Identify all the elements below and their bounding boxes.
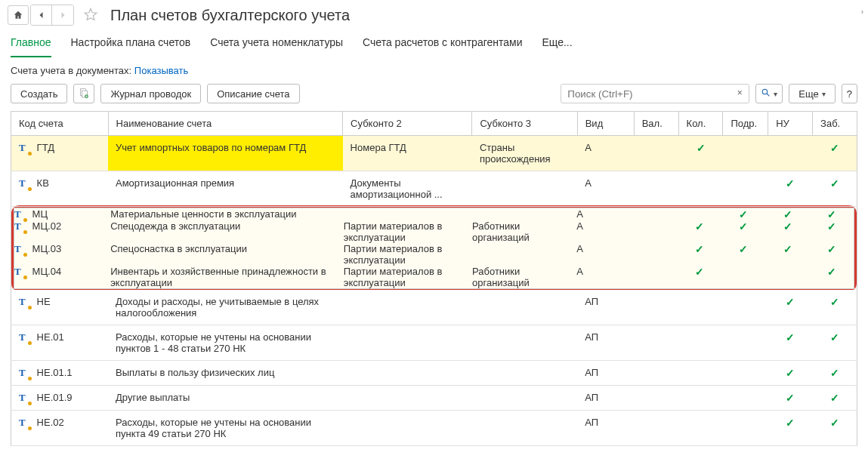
search-dropdown-button[interactable]: ▾	[755, 84, 783, 103]
toggle-show-link[interactable]: Показывать	[134, 65, 188, 76]
col-vid[interactable]: Вид	[577, 112, 634, 136]
cell-code[interactable]: T НЕ.01.1	[11, 361, 109, 386]
col-val[interactable]: Вал.	[634, 112, 678, 136]
cell-code[interactable]: T НЕ.02	[11, 411, 109, 446]
svg-line-4	[767, 94, 769, 96]
cell-code[interactable]: T КВ	[11, 171, 109, 207]
cell-code[interactable]: T МЦ.02	[14, 220, 111, 243]
cell-name[interactable]: Учет импортных товаров по номерам ГТД	[108, 136, 343, 171]
cell-sub2: Номера ГТД	[343, 136, 472, 171]
table-row[interactable]: T ГТДУчет импортных товаров по номерам Г…	[11, 136, 857, 171]
tab-2[interactable]: Счета учета номенклатуры	[210, 32, 343, 57]
account-row-icon: T	[19, 296, 31, 308]
col-nu[interactable]: НУ	[768, 112, 813, 136]
table-row[interactable]: T НЕ.01Расходы, которые не учтены на осн…	[11, 325, 857, 361]
col-kol[interactable]: Кол.	[678, 112, 723, 136]
flag-cell	[721, 266, 766, 289]
cell-code[interactable]: T НЕ.01.9	[11, 386, 109, 411]
table-row[interactable]: T МЦ.03Спецоснастка в эксплуатацииПартии…	[14, 243, 854, 266]
cell-code[interactable]: T МЦ.03	[14, 243, 111, 266]
highlighted-rows-frame: T МЦМатериальные ценности в эксплуатации…	[11, 205, 857, 291]
col-code[interactable]: Код счета	[11, 112, 109, 136]
col-sub3[interactable]: Субконто 3	[472, 112, 577, 136]
page-title: План счетов бухгалтерского учета	[110, 7, 350, 24]
table-row[interactable]: T КВАмортизационная премияДокументы амор…	[11, 171, 857, 207]
flag-cell: ✓	[813, 136, 857, 171]
cell-name[interactable]: Расходы, которые не учтены на основании …	[108, 411, 343, 446]
col-zab[interactable]: Заб.	[813, 112, 857, 136]
flag-cell	[723, 411, 768, 446]
tab-4[interactable]: Еще...	[542, 32, 572, 57]
search-input[interactable]	[561, 84, 749, 103]
flag-cell	[634, 361, 678, 386]
cell-name[interactable]: Доходы и расходы, не учитываемые в целях…	[108, 290, 343, 325]
cell-name[interactable]: Инвентарь и хозяйственные принадлежности…	[110, 266, 344, 289]
back-button[interactable]	[31, 5, 52, 25]
forward-button[interactable]	[52, 5, 73, 25]
col-sub2[interactable]: Субконто 2	[343, 112, 472, 136]
flag-cell: ✓	[810, 243, 854, 266]
flag-cell: ✓	[765, 208, 810, 221]
flag-cell	[678, 171, 723, 207]
table-row[interactable]: T МЦ.04Инвентарь и хозяйственные принадл…	[14, 266, 854, 289]
flag-cell	[634, 171, 678, 207]
more-button[interactable]: Еще ▾	[789, 84, 835, 103]
tab-0[interactable]: Главное	[11, 32, 51, 57]
table-row[interactable]: T НЕ.01.9Другие выплатыАП✓✓	[11, 386, 857, 411]
cell-name[interactable]: Амортизационная премия	[108, 171, 343, 207]
cell-sub3	[472, 243, 576, 266]
flag-cell: ✓	[765, 220, 810, 243]
cell-sub2	[343, 361, 472, 386]
cell-code[interactable]: T НЕ.01	[11, 325, 109, 361]
copy-button[interactable]	[73, 84, 94, 103]
cell-sub3	[472, 411, 577, 446]
cell-name[interactable]: Спецоснастка в эксплуатации	[110, 243, 344, 266]
cell-sub2	[343, 411, 472, 446]
table-row[interactable]: T НЕ.02Расходы, которые не учтены на осн…	[11, 411, 857, 446]
flag-cell	[723, 325, 768, 361]
cell-code[interactable]: T МЦ.04	[14, 266, 111, 289]
table-row[interactable]: T МЦ.02Спецодежда в эксплуатацииПартии м…	[14, 220, 854, 243]
account-desc-button[interactable]: Описание счета	[207, 84, 299, 103]
home-button[interactable]	[8, 5, 29, 25]
flag-cell: ✓	[677, 243, 721, 266]
cell-name[interactable]: Материальные ценности в эксплуатации	[110, 208, 344, 221]
cell-code[interactable]: T ГТД	[11, 136, 109, 171]
flag-cell	[634, 325, 678, 361]
cell-code[interactable]: T МЦ	[14, 208, 111, 221]
col-name[interactable]: Наименование счета	[108, 112, 343, 136]
flag-cell	[723, 361, 768, 386]
journal-button[interactable]: Журнал проводок	[100, 84, 201, 103]
flag-cell: ✓	[677, 220, 721, 243]
flag-cell	[634, 136, 678, 171]
cell-sub3: Работники организаций	[472, 220, 576, 243]
search-clear-icon[interactable]: ×	[733, 86, 746, 100]
cell-vid: АП	[577, 361, 634, 386]
cell-name[interactable]: Спецодежда в эксплуатации	[110, 220, 344, 243]
flag-cell	[723, 386, 768, 411]
help-button[interactable]: ?	[842, 84, 857, 103]
tab-3[interactable]: Счета расчетов с контрагентами	[363, 32, 522, 57]
panel-expand-icon[interactable]: ›	[861, 8, 863, 16]
flag-cell: ✓	[810, 220, 854, 243]
cell-name[interactable]: Расходы, которые не учтены на основании …	[108, 325, 343, 361]
create-button-label: Создать	[20, 88, 57, 100]
table-row[interactable]: T НЕДоходы и расходы, не учитываемые в ц…	[11, 290, 857, 325]
flag-cell	[678, 361, 723, 386]
flag-cell: ✓	[768, 325, 813, 361]
cell-sub2	[344, 208, 472, 221]
create-button[interactable]: Создать	[11, 84, 67, 103]
cell-name[interactable]: Другие выплаты	[108, 386, 343, 411]
cell-vid: А	[577, 136, 634, 171]
cell-sub2: Партии материалов в эксплуатации	[344, 220, 472, 243]
col-podr[interactable]: Подр.	[723, 112, 768, 136]
favorite-star-icon[interactable]	[83, 7, 98, 24]
cell-code[interactable]: T НЕ	[11, 290, 109, 325]
tab-1[interactable]: Настройка плана счетов	[71, 32, 191, 57]
table-row[interactable]: T МЦМатериальные ценности в эксплуатации…	[14, 208, 854, 221]
table-row[interactable]: T НЕ.01.1Выплаты в пользу физических лиц…	[11, 361, 857, 386]
cell-sub2: Документы амортизационной ...	[343, 171, 472, 207]
account-row-icon: T	[14, 208, 26, 220]
account-row-icon: T	[19, 331, 31, 343]
cell-name[interactable]: Выплаты в пользу физических лиц	[108, 361, 343, 386]
